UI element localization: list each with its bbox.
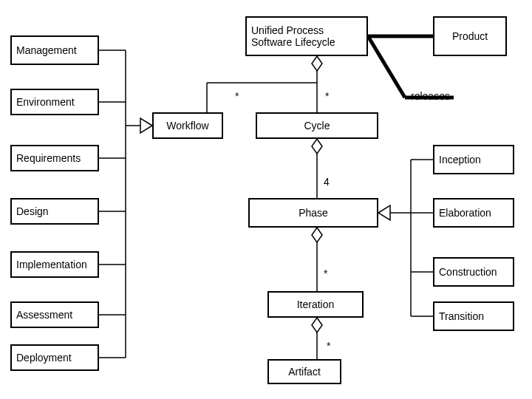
label-construction: Construction xyxy=(439,266,497,278)
label-environment: Environment xyxy=(16,96,75,108)
label-deployment: Deployment xyxy=(16,352,72,364)
label-star3: * xyxy=(324,267,327,279)
box-workflow: Workflow xyxy=(152,112,223,139)
label-elaboration: Elaboration xyxy=(439,207,491,219)
svg-marker-10 xyxy=(312,228,322,242)
box-product: Product xyxy=(433,16,507,56)
label-releases: releases xyxy=(411,90,450,102)
box-requirements: Requirements xyxy=(10,145,99,171)
box-artifact: Artifact xyxy=(267,359,341,384)
box-phase: Phase xyxy=(248,198,378,228)
label-product: Product xyxy=(452,30,488,42)
svg-line-6 xyxy=(368,36,405,98)
svg-marker-24 xyxy=(378,205,390,220)
label-star4: * xyxy=(327,340,330,352)
box-inception: Inception xyxy=(433,145,514,174)
label-requirements: Requirements xyxy=(16,152,81,164)
label-workflow: Workflow xyxy=(166,120,208,132)
svg-marker-8 xyxy=(312,139,322,154)
box-construction: Construction xyxy=(433,257,514,287)
label-star1: * xyxy=(235,90,239,102)
label-inception: Inception xyxy=(439,154,481,166)
label-star2: * xyxy=(325,90,329,102)
label-four: 4 xyxy=(324,176,330,188)
svg-marker-14 xyxy=(140,118,152,133)
label-unified: Unified Process Software Lifecycle xyxy=(251,24,362,48)
label-transition: Transition xyxy=(439,310,484,322)
label-cycle: Cycle xyxy=(304,120,330,132)
label-artifact: Artifact xyxy=(288,366,321,378)
label-design: Design xyxy=(16,205,49,217)
box-deployment: Deployment xyxy=(10,344,99,371)
box-transition: Transition xyxy=(433,301,514,331)
label-phase: Phase xyxy=(299,207,328,219)
label-iteration: Iteration xyxy=(297,299,335,310)
box-design: Design xyxy=(10,198,99,225)
label-assessment: Assessment xyxy=(16,309,72,321)
box-management: Management xyxy=(10,35,99,65)
box-assessment: Assessment xyxy=(10,301,99,328)
label-management: Management xyxy=(16,44,77,56)
box-iteration: Iteration xyxy=(267,291,364,318)
box-implementation: Implementation xyxy=(10,251,99,278)
box-cycle: Cycle xyxy=(256,112,378,139)
svg-marker-0 xyxy=(312,56,322,71)
box-unified: Unified Process Software Lifecycle xyxy=(245,16,368,56)
label-implementation: Implementation xyxy=(16,259,87,270)
svg-marker-12 xyxy=(312,318,322,332)
box-elaboration: Elaboration xyxy=(433,198,514,228)
box-environment: Environment xyxy=(10,89,99,115)
